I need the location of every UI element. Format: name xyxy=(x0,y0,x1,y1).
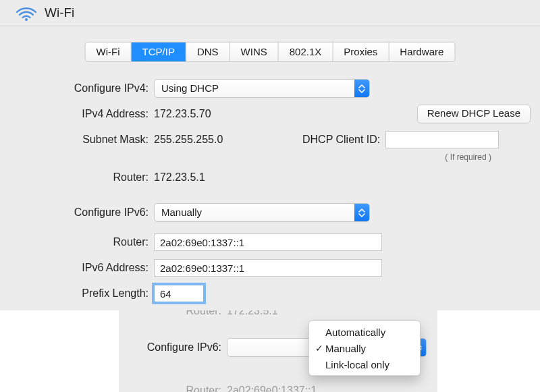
ipv4-address-value: 172.23.5.70 xyxy=(154,108,211,120)
dim-router-label: Router: xyxy=(119,310,227,317)
tab-hardware[interactable]: Hardware xyxy=(389,43,454,61)
ipv4-router-label: Router: xyxy=(0,171,154,184)
ipv4-address-label: IPv4 Address: xyxy=(0,108,154,120)
configure-ipv6-select[interactable]: Manually xyxy=(154,203,370,222)
chevron-updown-icon xyxy=(354,80,369,97)
ipv4-router-value: 172.23.5.1 xyxy=(154,171,205,184)
dim-router-value: 172.23.5.1 xyxy=(227,310,278,317)
check-icon: ✓ xyxy=(313,343,325,354)
configure-ipv6-value: Manually xyxy=(155,204,354,221)
svg-point-0 xyxy=(25,18,28,21)
dim-router2-value: 2a02:69e0:1337::1 xyxy=(227,385,317,392)
configure-ipv4-select[interactable]: Using DHCP xyxy=(154,79,370,98)
popup-option-link-local-only[interactable]: Link-local only xyxy=(309,356,420,372)
chevron-updown-icon xyxy=(354,204,369,221)
tab-8021x[interactable]: 802.1X xyxy=(279,43,333,61)
ipv6-router-label: Router: xyxy=(0,236,154,248)
configure-ipv4-label: Configure IPv4: xyxy=(0,82,154,94)
ipv6-address-input[interactable] xyxy=(154,259,382,277)
page-title: Wi-Fi xyxy=(45,5,74,20)
prefix-length-input[interactable] xyxy=(154,285,204,302)
tab-wins[interactable]: WINS xyxy=(230,43,279,61)
configure-ipv6-label: Configure IPv6: xyxy=(0,206,154,219)
configure-ipv4-value: Using DHCP xyxy=(155,80,354,97)
wifi-icon xyxy=(15,4,38,22)
subnet-mask-value: 255.255.255.0 xyxy=(154,134,289,146)
subnet-mask-label: Subnet Mask: xyxy=(0,134,154,146)
dim-router2-label: Router: xyxy=(119,385,227,392)
header: Wi-Fi xyxy=(0,0,540,26)
tab-tcpip[interactable]: TCP/IP xyxy=(132,43,186,61)
dhcp-client-id-label: DHCP Client ID: xyxy=(302,134,380,146)
configure-ipv6-popup: Automatically ✓ Manually Link-local only xyxy=(308,320,421,376)
dhcp-client-id-input[interactable] xyxy=(385,131,499,148)
dhcp-client-id-hint: ( If required ) xyxy=(445,152,491,165)
tab-strip: Wi-Fi TCP/IP DNS WINS 802.1X Proxies Har… xyxy=(85,42,456,62)
popup-illustration: Router: 172.23.5.1 Configure IPv6: Route… xyxy=(0,310,540,392)
ipv6-router-input[interactable] xyxy=(154,233,382,251)
tab-wifi[interactable]: Wi-Fi xyxy=(86,43,132,61)
popup-option-manually[interactable]: ✓ Manually xyxy=(309,340,420,356)
popup-option-automatically[interactable]: Automatically xyxy=(309,324,420,340)
configure-ipv6-label-lower: Configure IPv6: xyxy=(119,341,227,354)
tab-dns[interactable]: DNS xyxy=(186,43,230,61)
renew-dhcp-lease-button[interactable]: Renew DHCP Lease xyxy=(417,105,531,123)
prefix-length-label: Prefix Length: xyxy=(0,287,154,300)
tab-proxies[interactable]: Proxies xyxy=(333,43,389,61)
ipv6-address-label: IPv6 Address: xyxy=(0,262,154,274)
